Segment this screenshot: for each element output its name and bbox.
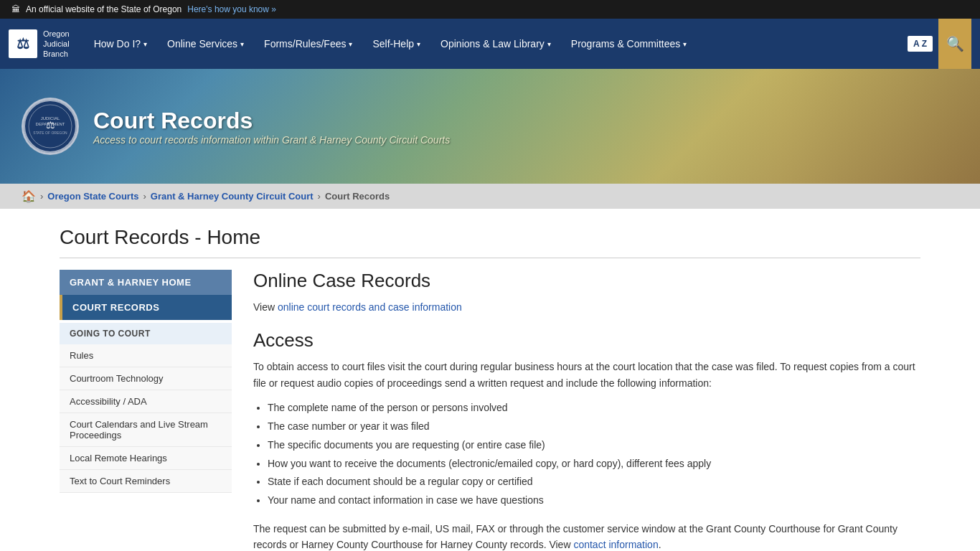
nav-bar: ⚖ Oregon Judicial Branch How Do I? ▾ Onl… (0, 19, 980, 69)
sidebar-link-remote-hearings[interactable]: Local Remote Hearings (60, 447, 232, 470)
sidebar-link-court-calendars[interactable]: Court Calendars and Live Stream Proceedi… (60, 413, 232, 447)
section-access-para2: The request can be submitted by e-mail, … (253, 521, 920, 551)
bullet-4: How you want to receive the documents (e… (268, 456, 920, 473)
hero-banner: JUDICIAL DEPARTMENT STATE OF OREGON ⚖ Co… (0, 69, 980, 184)
access-bullet-list: The complete name of the person or perso… (268, 400, 920, 509)
top-bar: 🏛 An official website of the State of Or… (0, 0, 980, 19)
logo-icon: ⚖ (9, 29, 37, 58)
nav-online-services[interactable]: Online Services ▾ (157, 19, 254, 69)
language-button[interactable]: A Z (908, 36, 933, 52)
logo-link[interactable]: ⚖ Oregon Judicial Branch (9, 29, 70, 60)
breadcrumb: 🏠 › Oregon State Courts › Grant & Harney… (0, 184, 980, 209)
section-online-case-records-intro: View online court records and case infor… (253, 299, 920, 315)
bullet-6: Your name and contact information in cas… (268, 492, 920, 509)
sidebar-going-to-court: GOING TO COURT (60, 323, 232, 344)
search-icon: 🔍 (946, 35, 964, 52)
breadcrumb-current: Court Records (325, 191, 390, 202)
nav-programs-committees[interactable]: Programs & Committees ▾ (561, 19, 697, 69)
svg-text:⚖: ⚖ (46, 119, 55, 131)
hero-content: JUDICIAL DEPARTMENT STATE OF OREGON ⚖ Co… (0, 69, 980, 184)
nav-forms-rules-fees[interactable]: Forms/Rules/Fees ▾ (254, 19, 362, 69)
sidebar-link-text-reminders[interactable]: Text to Court Reminders (60, 470, 232, 493)
hero-text-block: Court Records Access to court records in… (93, 108, 450, 146)
content-layout: GRANT & HARNEY HOME COURT RECORDS GOING … (60, 270, 920, 551)
nav-self-help[interactable]: Self-Help ▾ (362, 19, 430, 69)
online-records-link[interactable]: online court records and case informatio… (278, 301, 462, 313)
chevron-down-icon: ▾ (417, 40, 420, 48)
breadcrumb-link-state[interactable]: Oregon State Courts (47, 191, 138, 202)
contact-info-link[interactable]: contact information (573, 539, 658, 550)
chevron-down-icon: ▾ (683, 40, 687, 48)
page-title: Court Records - Home (60, 226, 920, 258)
nav-opinions-law[interactable]: Opinions & Law Library ▾ (430, 19, 561, 69)
home-icon[interactable]: 🏠 (22, 189, 36, 203)
nav-right: A Z 🔍 (908, 19, 971, 69)
chevron-down-icon: ▾ (240, 40, 244, 48)
sidebar-link-accessibility[interactable]: Accessibility / ADA (60, 390, 232, 413)
sidebar-court-records[interactable]: COURT RECORDS (60, 295, 232, 320)
sidebar-grant-harney-home[interactable]: GRANT & HARNEY HOME (60, 270, 232, 295)
breadcrumb-sep: › (40, 191, 43, 202)
how-you-know-link[interactable]: Here's how you know » (187, 4, 276, 14)
section-online-case-records-title: Online Case Records (253, 270, 920, 292)
search-button[interactable]: 🔍 (938, 19, 971, 69)
bullet-3: The specific documents you are requestin… (268, 437, 920, 454)
nav-how-do-i[interactable]: How Do I? ▾ (84, 19, 157, 69)
sidebar: GRANT & HARNEY HOME COURT RECORDS GOING … (60, 270, 232, 493)
flag-icon: 🏛 (11, 4, 20, 14)
hero-title: Court Records (93, 108, 450, 134)
svg-text:STATE OF OREGON: STATE OF OREGON (33, 131, 67, 135)
breadcrumb-sep: › (318, 191, 321, 202)
sidebar-link-courtroom-tech[interactable]: Courtroom Technology (60, 367, 232, 390)
breadcrumb-sep: › (143, 191, 146, 202)
content-area: Online Case Records View online court re… (253, 270, 920, 551)
section-access-para1: To obtain access to court files visit th… (253, 359, 920, 391)
official-text: An official website of the State of Oreg… (26, 4, 182, 14)
section-access-title: Access (253, 329, 920, 352)
sidebar-link-rules[interactable]: Rules (60, 344, 232, 367)
bullet-1: The complete name of the person or perso… (268, 400, 920, 417)
hero-subtitle: Access to court records information with… (93, 134, 450, 146)
nav-links: How Do I? ▾ Online Services ▾ Forms/Rule… (84, 19, 908, 69)
chevron-down-icon: ▾ (547, 40, 551, 48)
chevron-down-icon: ▾ (349, 40, 352, 48)
chevron-down-icon: ▾ (143, 40, 147, 48)
logo-text: Oregon Judicial Branch (43, 29, 70, 60)
main-container: Court Records - Home GRANT & HARNEY HOME… (38, 209, 942, 551)
bullet-5: State if each document should be a regul… (268, 474, 920, 491)
oregon-seal: JUDICIAL DEPARTMENT STATE OF OREGON ⚖ (22, 98, 79, 155)
bullet-2: The case number or year it was filed (268, 418, 920, 435)
breadcrumb-link-court[interactable]: Grant & Harney County Circuit Court (151, 191, 314, 202)
